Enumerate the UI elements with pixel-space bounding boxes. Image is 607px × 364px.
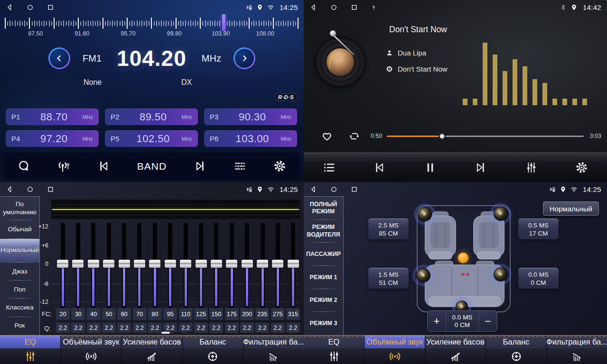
- repeat-icon[interactable]: [348, 130, 360, 142]
- decrease-delay-button[interactable]: −: [479, 311, 497, 331]
- preset-p5-button[interactable]: P5102.50MHz: [105, 130, 198, 147]
- settings-gear-icon[interactable]: [273, 159, 287, 173]
- listening-mode-item[interactable]: ПОЛНЫЙ РЕЖИМ: [304, 197, 343, 220]
- slider-knob[interactable]: [257, 260, 268, 268]
- eq-band-slider[interactable]: [179, 223, 192, 308]
- eq-preset-item[interactable]: Рок: [0, 317, 39, 335]
- eq-band-slider[interactable]: [225, 223, 238, 308]
- preset-p4-button[interactable]: P497.20MHz: [6, 130, 99, 147]
- listening-mode-item[interactable]: РЕЖИМ ВОДИТЕЛЯ: [304, 220, 343, 243]
- eq-preset-item[interactable]: Обычай: [0, 220, 39, 238]
- seek-next-icon[interactable]: [193, 159, 207, 173]
- settings-gear-icon[interactable]: [575, 161, 588, 174]
- slider-knob[interactable]: [180, 260, 191, 268]
- preset-p3-button[interactable]: P390.30MHz: [204, 109, 297, 125]
- eq-band-slider[interactable]: [71, 223, 84, 308]
- eq-band-slider[interactable]: [118, 223, 131, 308]
- recents-icon[interactable]: [47, 185, 55, 193]
- next-track-icon[interactable]: [474, 161, 487, 174]
- slider-knob[interactable]: [103, 260, 114, 268]
- home-icon[interactable]: [330, 185, 338, 193]
- rear-left-delay-button[interactable]: 1.5 MS 51 CM: [368, 268, 409, 289]
- eq-preset-item[interactable]: Джаз: [0, 263, 39, 281]
- eq-band-slider[interactable]: [241, 223, 254, 308]
- eq-band-slider[interactable]: [256, 223, 269, 308]
- playlist-icon[interactable]: [322, 161, 336, 174]
- listening-mode-item[interactable]: РЕЖИМ 3: [304, 312, 343, 335]
- slider-knob[interactable]: [134, 260, 145, 268]
- preset-p6-button[interactable]: P6103.00MHz: [204, 130, 297, 147]
- slider-knob[interactable]: [88, 260, 99, 268]
- tab-filter[interactable]: Фильтрация ба...: [243, 336, 304, 364]
- seek-previous-icon[interactable]: [97, 159, 111, 173]
- slider-knob[interactable]: [149, 260, 160, 268]
- back-icon[interactable]: [309, 3, 318, 11]
- frequency-scale[interactable]: [5, 16, 299, 30]
- listening-position-dot[interactable]: [458, 253, 468, 263]
- eq-preset-item[interactable]: Нормальный: [0, 239, 39, 263]
- tab-surround[interactable]: Объёмный звук: [60, 336, 121, 364]
- slider-knob[interactable]: [272, 260, 283, 268]
- slider-knob[interactable]: [119, 260, 130, 268]
- tab-surround[interactable]: Объёмный звук: [364, 336, 425, 364]
- eq-band-slider[interactable]: [87, 223, 100, 308]
- eq-settings-icon[interactable]: [233, 159, 247, 173]
- listening-mode-item[interactable]: РЕЖИМ 2: [304, 289, 343, 312]
- eq-band-slider[interactable]: [210, 223, 223, 308]
- slider-knob[interactable]: [211, 260, 222, 268]
- progress-bar[interactable]: [387, 136, 584, 137]
- slider-knob[interactable]: [196, 260, 207, 268]
- home-icon[interactable]: [26, 3, 34, 11]
- favorite-icon[interactable]: [321, 130, 333, 142]
- back-icon[interactable]: [309, 185, 318, 193]
- listening-mode-item[interactable]: РЕЖИМ 1: [304, 266, 343, 289]
- seek-down-button[interactable]: [48, 47, 70, 69]
- slider-knob[interactable]: [57, 260, 68, 268]
- slider-knob[interactable]: [72, 260, 84, 268]
- preset-p2-button[interactable]: P289.50MHz: [105, 109, 198, 125]
- preset-p1-button[interactable]: P188.70MHz: [6, 109, 99, 125]
- listening-mode-item[interactable]: ПАССАЖИР: [304, 243, 343, 266]
- eq-band-slider[interactable]: [287, 223, 300, 308]
- front-right-delay-button[interactable]: 0.5 MS 17 CM: [518, 218, 559, 239]
- slider-knob[interactable]: [288, 260, 299, 268]
- front-left-delay-button[interactable]: 2.5 MS 85 CM: [368, 218, 409, 239]
- tab-eq[interactable]: EQ: [0, 336, 60, 364]
- tab-eq[interactable]: EQ: [304, 336, 364, 364]
- rear-right-delay-button[interactable]: 0.0 MS 0 CM: [518, 268, 559, 289]
- tab-bass-boost[interactable]: Усиление басов: [121, 336, 182, 364]
- broadcast-dx-icon[interactable]: [57, 159, 71, 173]
- back-icon[interactable]: [6, 185, 14, 193]
- stage-preset-button[interactable]: Нормальный: [543, 201, 599, 216]
- tab-balance[interactable]: Баланс: [182, 336, 243, 364]
- equalizer-icon[interactable]: [524, 161, 538, 174]
- eq-preset-item[interactable]: Поп: [0, 281, 39, 299]
- tab-balance[interactable]: Баланс: [486, 336, 546, 364]
- band-button[interactable]: BAND: [137, 161, 167, 172]
- back-icon[interactable]: [6, 3, 14, 11]
- eq-band-slider[interactable]: [133, 223, 146, 308]
- eq-band-slider[interactable]: [271, 223, 284, 308]
- home-icon[interactable]: [26, 185, 34, 193]
- search-icon[interactable]: [17, 159, 31, 173]
- eq-preset-item[interactable]: По умолчанию: [0, 197, 39, 220]
- increase-delay-button[interactable]: +: [428, 311, 446, 331]
- home-icon[interactable]: [330, 3, 338, 11]
- slider-knob[interactable]: [226, 260, 237, 268]
- tab-filter[interactable]: Фильтрация ба...: [546, 336, 607, 364]
- seek-up-button[interactable]: [233, 47, 255, 69]
- recents-icon[interactable]: [350, 3, 358, 11]
- eq-band-slider[interactable]: [195, 223, 208, 308]
- slider-knob[interactable]: [242, 260, 253, 268]
- eq-band-slider[interactable]: [164, 223, 177, 308]
- recents-icon[interactable]: [47, 3, 55, 11]
- eq-band-slider[interactable]: [56, 223, 69, 308]
- pause-icon[interactable]: [423, 161, 437, 174]
- eq-band-slider[interactable]: [102, 223, 115, 308]
- progress-knob[interactable]: [439, 133, 446, 140]
- slider-knob[interactable]: [165, 260, 176, 268]
- recents-icon[interactable]: [350, 185, 358, 193]
- eq-preset-item[interactable]: Классика: [0, 299, 39, 317]
- previous-track-icon[interactable]: [373, 161, 386, 174]
- tab-bass-boost[interactable]: Усиление басов: [425, 336, 486, 364]
